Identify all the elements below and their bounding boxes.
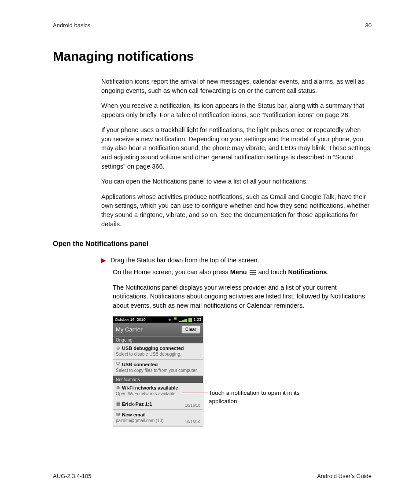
notif-date: 10/16/10 xyxy=(185,419,200,424)
menu-label: Menu xyxy=(230,269,247,276)
notif-subtext: Select to disable USB debugging. xyxy=(116,352,200,357)
notif-title: Wi-Fi networks available xyxy=(122,385,178,390)
step-text: Drag the Status bar down from the top of… xyxy=(111,256,372,265)
status-time: 1:23 xyxy=(193,317,201,322)
subheading: Open the Notifications panel xyxy=(53,240,372,248)
text-run: and touch xyxy=(257,269,288,276)
notif-date: 10/16/10 xyxy=(185,403,200,408)
notification-item[interactable]: ΨUSB connected Select to copy files to/f… xyxy=(113,360,203,376)
notifications-label: Notifications xyxy=(288,269,327,276)
bug-icon: ⊕ xyxy=(116,346,120,350)
notif-title: New email xyxy=(122,412,146,417)
status-bar: October 16, 2010 ◈ ▝▘ ▁▃▅ 1:23 xyxy=(113,316,203,323)
notifications-section-label: Notifications xyxy=(113,376,203,383)
body-paragraph: If your phone uses a trackball light for… xyxy=(101,125,372,171)
status-icons: ◈ ▝▘ ▁▃▅ 1:23 xyxy=(168,317,201,322)
carrier-row: My Carrier Clear xyxy=(113,323,203,336)
figure: October 16, 2010 ◈ ▝▘ ▁▃▅ 1:23 My Carrie… xyxy=(113,316,372,427)
clear-button[interactable]: Clear xyxy=(181,325,200,334)
callout-line xyxy=(182,393,208,393)
menu-icon xyxy=(250,270,256,275)
notif-subtext: Select to copy files to/from your comput… xyxy=(116,368,200,373)
data-icon: ▝▘ xyxy=(173,318,178,322)
ongoing-section-label: Ongoing xyxy=(113,336,203,343)
footer-left: AUG-2.3.4-105 xyxy=(53,473,91,479)
status-date: October 16, 2010 xyxy=(115,317,146,322)
header-section: Android basics xyxy=(53,22,90,29)
notification-item[interactable]: ⊕USB debugging connected Select to disab… xyxy=(113,343,203,360)
phone-screenshot: October 16, 2010 ◈ ▝▘ ▁▃▅ 1:23 My Carrie… xyxy=(113,316,203,427)
gps-icon: ◈ xyxy=(168,317,171,322)
body-paragraph: When you receive a notification, its ico… xyxy=(101,101,372,119)
text-run: . xyxy=(327,269,328,276)
text-run: On the Home screen, you can also press xyxy=(113,269,230,276)
body-paragraph: Applications whose activities produce no… xyxy=(101,192,372,228)
notif-title: USB connected xyxy=(122,362,158,367)
callout-text: Touch a notification to open it in its a… xyxy=(209,389,323,405)
usb-icon: Ψ xyxy=(116,362,120,367)
running-footer: AUG-2.3.4-105 Android User’s Guide xyxy=(53,473,372,479)
notification-item[interactable]: ▦Erick-Paz 1:1 10/16/10 xyxy=(113,399,203,410)
notif-subtext: Open Wi-Fi networks available xyxy=(116,391,200,396)
signal-icon: ▁▃▅ xyxy=(179,318,187,322)
mail-icon: ✉ xyxy=(116,412,120,417)
body-paragraph: You can open the Notifications panel to … xyxy=(101,177,372,186)
notification-item[interactable]: ⋒Wi-Fi networks available Open Wi-Fi net… xyxy=(113,383,203,399)
wifi-icon: ⋒ xyxy=(116,386,120,390)
page-title: Managing notifications xyxy=(53,49,372,64)
running-header: Android basics 30 xyxy=(53,22,372,29)
calendar-icon: ▦ xyxy=(116,402,120,406)
header-page-number: 30 xyxy=(365,22,372,29)
step-marker-icon: ▶ xyxy=(101,256,106,265)
footer-right: Android User’s Guide xyxy=(317,473,372,479)
body-paragraph: Notification icons report the arrival of… xyxy=(101,77,372,95)
notif-title: USB debugging connected xyxy=(122,346,184,351)
notification-item[interactable]: ✉New email pazditu@gmail.com (13) 10/16/… xyxy=(113,410,203,426)
notif-title: Erick-Paz 1:1 xyxy=(122,401,152,407)
step-paragraph: The Notifications panel displays your wi… xyxy=(113,283,372,310)
carrier-name: My Carrier xyxy=(116,326,143,333)
step-subtext: On the Home screen, you can also press M… xyxy=(113,268,372,277)
battery-icon xyxy=(188,318,192,322)
